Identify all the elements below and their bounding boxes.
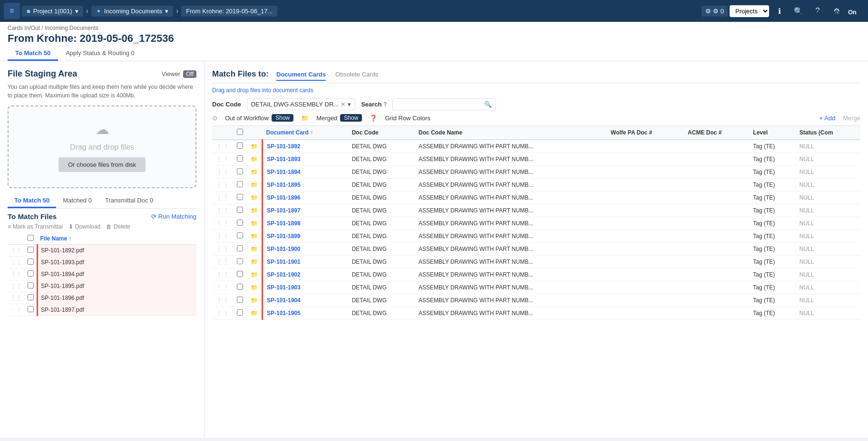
drag-handle[interactable]: ⋮⋮ [8,292,25,304]
row-drag-handle[interactable]: ⋮⋮ [212,204,233,217]
grid-row-colors[interactable]: Grid Row Colors [385,115,430,122]
search-box[interactable]: 🔍 [392,98,496,110]
file-name[interactable]: SP-101-1892.pdf [38,245,197,257]
doc-card-value[interactable]: SP-101-1894 [263,166,348,179]
drop-zone[interactable]: ☁ Drag and drop files Or choose files fr… [8,105,196,188]
bulk-toggle-on[interactable]: On [844,8,860,17]
mark-transmittal-btn[interactable]: ≡ Mark as Transmittal [8,223,63,230]
file-name[interactable]: SP-101-1897.pdf [38,304,197,316]
doc-card-value[interactable]: SP-101-1900 [263,243,348,256]
file-checkbox[interactable] [28,282,34,288]
bulk-process-toggle[interactable]: Bulk Process On [799,8,860,17]
col-level-header[interactable]: Level [749,126,795,140]
col-acme-header[interactable]: ACME Doc # [684,126,749,140]
doc-card-value[interactable]: SP-101-1895 [263,179,348,192]
file-name[interactable]: SP-101-1895.pdf [38,280,197,292]
row-drag-handle[interactable]: ⋮⋮ [212,256,233,268]
file-select-all[interactable] [28,235,34,241]
file-checkbox[interactable] [28,294,34,300]
row-checkbox[interactable] [237,271,243,277]
row-drag-handle[interactable]: ⋮⋮ [212,230,233,243]
doc-card-value[interactable]: SP-101-1904 [263,294,348,307]
merged-show[interactable]: Show [340,114,362,122]
row-drag-handle[interactable]: ⋮⋮ [212,294,233,307]
row-checkbox[interactable] [237,194,243,200]
doc-code-clear-icon[interactable]: ✕ [341,101,346,108]
drag-handle[interactable]: ⋮⋮ [8,304,25,316]
row-checkbox[interactable] [237,168,243,174]
doc-card-value[interactable]: SP-101-1899 [263,230,348,243]
drag-handle[interactable]: ⋮⋮ [8,257,25,268]
row-checkbox[interactable] [237,245,243,251]
row-drag-handle[interactable]: ⋮⋮ [212,179,233,192]
doc-card-value[interactable]: SP-101-1892 [263,140,348,153]
row-checkbox[interactable] [237,309,243,316]
row-drag-handle[interactable]: ⋮⋮ [212,153,233,166]
add-btn[interactable]: + Add [819,115,836,122]
projects-select[interactable]: Projects [730,5,769,17]
app-logo[interactable]: ≡ [4,3,20,19]
doc-card-value[interactable]: SP-101-1897 [263,204,348,217]
row-checkbox[interactable] [237,284,243,290]
file-checkbox[interactable] [28,247,34,253]
row-drag-handle[interactable]: ⋮⋮ [212,140,233,153]
row-checkbox[interactable] [237,232,243,239]
row-checkbox[interactable] [237,155,243,162]
doc-card-value[interactable]: SP-101-1901 [263,256,348,268]
row-checkbox[interactable] [237,297,243,303]
tab-to-match[interactable]: To Match 50 [8,47,58,61]
row-drag-handle[interactable]: ⋮⋮ [212,281,233,294]
col-status-header[interactable]: Status (Com [796,126,860,140]
file-name[interactable]: SP-101-1893.pdf [38,257,197,268]
choose-files-btn[interactable]: Or choose files from disk [59,157,146,172]
doc-card-value[interactable]: SP-101-1905 [263,307,348,320]
drag-handle[interactable]: ⋮⋮ [8,245,25,257]
doc-card-value[interactable]: SP-101-1903 [263,281,348,294]
run-matching-btn[interactable]: ⟳ Run Matching [151,213,196,220]
search-help-icon[interactable]: ? [383,101,387,108]
nav-module[interactable]: ✦ Incoming Documents ▾ [91,6,173,17]
row-drag-handle[interactable]: ⋮⋮ [212,307,233,320]
col-doc-code-header[interactable]: Doc Code [348,126,415,140]
viewer-off-badge[interactable]: Off [183,70,196,78]
col-doc-code-name-header[interactable]: Doc Code Name [415,126,607,140]
doc-card-value[interactable]: SP-101-1898 [263,217,348,230]
row-drag-handle[interactable]: ⋮⋮ [212,192,233,204]
doc-card-value[interactable]: SP-101-1902 [263,268,348,281]
left-tab-transmittal[interactable]: Transmittal Doc 0 [98,194,160,208]
help-circle-icon[interactable]: ❓ [370,115,377,122]
row-drag-handle[interactable]: ⋮⋮ [212,217,233,230]
tab-obsolete-cards[interactable]: Obsolete Cards [335,69,378,81]
select-all-cards[interactable] [237,129,243,135]
left-tab-matched[interactable]: Matched 0 [56,194,98,208]
drag-handle[interactable]: ⋮⋮ [8,268,25,280]
tab-apply-status[interactable]: Apply Status & Routing 0 [58,47,142,61]
out-of-workflow-icon[interactable]: ⊙ [212,115,217,122]
file-name[interactable]: SP-101-1894.pdf [38,268,197,280]
row-checkbox[interactable] [237,181,243,187]
delete-btn[interactable]: 🗑 Delete [106,223,130,230]
row-drag-handle[interactable]: ⋮⋮ [212,166,233,179]
doc-card-value[interactable]: SP-101-1896 [263,192,348,204]
file-checkbox[interactable] [28,270,34,277]
tab-document-cards[interactable]: Document Cards [276,69,326,81]
doc-card-value[interactable]: SP-101-1893 [263,153,348,166]
file-checkbox[interactable] [28,259,34,265]
chevron-down-icon3[interactable]: ▾ [348,101,351,108]
search-icon[interactable]: 🔍 [484,101,492,108]
left-tab-to-match[interactable]: To Match 50 [8,194,56,208]
nav-settings-badge[interactable]: ⚙ ⚙ 0 [702,6,728,17]
row-checkbox[interactable] [237,258,243,264]
file-checkbox[interactable] [28,306,34,312]
row-drag-handle[interactable]: ⋮⋮ [212,268,233,281]
col-document-card-header[interactable]: Document Card ↑ [263,126,348,140]
row-drag-handle[interactable]: ⋮⋮ [212,243,233,256]
nav-document[interactable]: From Krohne: 2019-05-06_17... [181,6,277,17]
out-of-workflow-show[interactable]: Show [272,114,293,122]
drag-handle[interactable]: ⋮⋮ [8,280,25,292]
row-checkbox[interactable] [237,220,243,226]
row-checkbox[interactable] [237,207,243,213]
search-input[interactable] [397,101,482,108]
download-btn[interactable]: ⬇ Download [68,223,100,230]
nav-project[interactable]: ■ Project 1(001) ▾ [22,6,83,17]
